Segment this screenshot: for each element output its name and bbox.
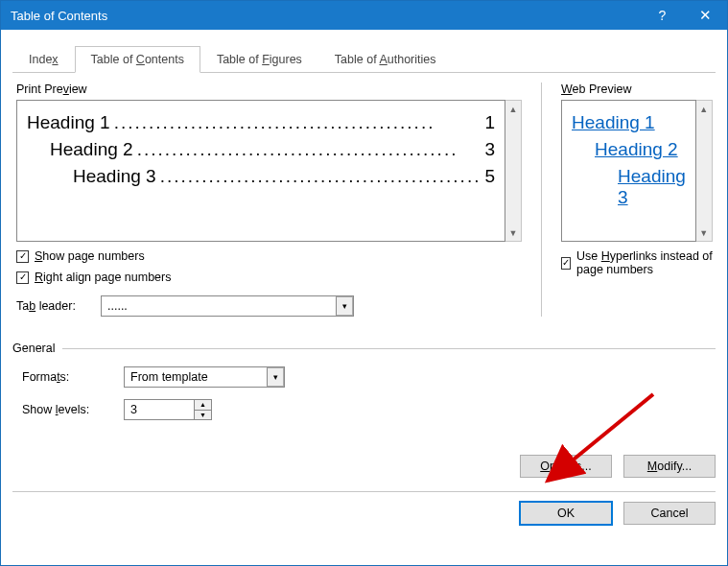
print-preview-item: Heading 3 ..............................… (27, 166, 495, 187)
print-preview-item: Heading 1 ..............................… (27, 112, 495, 133)
tab-index[interactable]: Index (12, 46, 75, 73)
print-preview-pane: Heading 1 ..............................… (16, 100, 522, 242)
print-preview-label: Print Preview (16, 83, 522, 96)
dropdown-icon[interactable]: ▾ (336, 296, 353, 316)
show-page-numbers-checkbox[interactable]: ✓ Show page numbers (16, 249, 522, 263)
formats-row: Formats: From template ▾ (22, 366, 716, 388)
formats-label: Formats: (22, 370, 114, 384)
web-preview-box: Heading 1 Heading 2 Heading 3 (561, 100, 696, 242)
scroll-up-icon[interactable]: ▲ (696, 101, 712, 117)
right-align-checkbox[interactable]: ✓ Right align page numbers (16, 271, 522, 284)
tab-table-of-figures[interactable]: Table of Figures (200, 46, 318, 73)
web-preview-item: Heading 1 (572, 112, 686, 133)
scroll-up-icon[interactable]: ▲ (505, 101, 521, 117)
dialog-title: Table of Contents (11, 9, 641, 23)
options-button[interactable]: Options... (520, 455, 612, 478)
checkbox-checked-icon: ✓ (16, 271, 29, 284)
web-preview-link[interactable]: Heading 1 (572, 112, 655, 132)
tab-table-of-contents[interactable]: Table of Contents (75, 46, 200, 73)
web-preview-link[interactable]: Heading 3 (618, 166, 686, 207)
tab-content: Print Preview Heading 1 ................… (12, 73, 716, 317)
web-preview-pane: Heading 1 Heading 2 Heading 3 ▲ ▼ (561, 100, 713, 242)
help-button[interactable]: ? (641, 1, 684, 30)
title-bar: Table of Contents ? ✕ (1, 1, 727, 30)
web-preview-label: Web Preview (561, 83, 713, 96)
formats-select[interactable]: From template ▾ (124, 366, 285, 388)
ok-button[interactable]: OK (520, 502, 612, 525)
web-preview-scrollbar[interactable]: ▲ ▼ (696, 100, 713, 242)
checkbox-checked-icon: ✓ (561, 257, 571, 270)
print-preview-column: Print Preview Heading 1 ................… (16, 83, 522, 317)
print-preview-box: Heading 1 ..............................… (16, 100, 505, 242)
tab-table-of-authorities[interactable]: Table of Authorities (318, 46, 453, 73)
web-preview-link[interactable]: Heading 2 (595, 139, 678, 159)
dialog-window: Table of Contents ? ✕ Index Table of Con… (0, 0, 728, 566)
scroll-down-icon[interactable]: ▼ (696, 224, 712, 241)
options-modify-row: Options... Modify... (12, 455, 716, 478)
checkbox-checked-icon: ✓ (16, 250, 29, 263)
tab-leader-row: Tab leader: ...... ▾ (16, 295, 522, 317)
print-preview-scrollbar[interactable]: ▲ ▼ (505, 100, 522, 242)
tab-leader-select[interactable]: ...... ▾ (101, 295, 354, 317)
web-preview-item: Heading 3 (572, 166, 686, 208)
print-preview-item: Heading 2 ..............................… (27, 139, 495, 160)
close-button[interactable]: ✕ (684, 1, 727, 30)
tab-strip: Index Table of Contents Table of Figures… (12, 45, 716, 73)
dialog-body: Index Table of Contents Table of Figures… (1, 30, 727, 536)
spinner-up-icon[interactable]: ▲ (195, 400, 211, 411)
general-section-header: General (12, 342, 716, 355)
show-levels-row: Show levels: 3 ▲ ▼ (22, 399, 716, 420)
modify-button[interactable]: Modify... (623, 455, 716, 478)
dialog-footer: OK Cancel (12, 491, 716, 525)
tab-leader-label: Tab leader: (16, 299, 91, 313)
show-levels-label: Show levels: (22, 403, 114, 416)
scroll-down-icon[interactable]: ▼ (505, 224, 521, 241)
dropdown-icon[interactable]: ▾ (267, 367, 284, 387)
spinner-down-icon[interactable]: ▼ (195, 411, 211, 420)
use-hyperlinks-checkbox[interactable]: ✓ Use Hyperlinks instead of page numbers (561, 249, 713, 276)
cancel-button[interactable]: Cancel (623, 502, 716, 525)
web-preview-column: Web Preview Heading 1 Heading 2 Heading … (541, 83, 713, 317)
show-levels-spinner[interactable]: 3 ▲ ▼ (124, 399, 212, 420)
web-preview-item: Heading 2 (572, 139, 686, 160)
